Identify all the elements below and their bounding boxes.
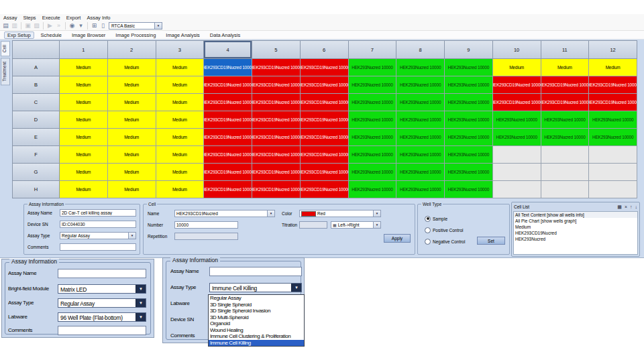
move-down-icon[interactable]: ↓ bbox=[635, 204, 638, 209]
radio-positive-control[interactable]: Positive Control bbox=[425, 227, 464, 233]
well-A4[interactable]: HEK293CD19Nucred 10000 bbox=[204, 59, 252, 76]
labware-select[interactable]: 96 Well Plate (Flat-bottom)▼ bbox=[58, 312, 146, 322]
well-H1[interactable]: Medium bbox=[60, 181, 108, 198]
well-H5[interactable]: HEK293CD19Nucred 10000 bbox=[252, 181, 301, 198]
load-plate-icon[interactable]: ▣ bbox=[24, 23, 32, 29]
assay-type-select[interactable]: Regular Assay▼ bbox=[60, 232, 136, 239]
well-C4[interactable]: HEK293CD19Nucred 10000 bbox=[204, 94, 252, 111]
well-C12[interactable]: HEK293CD19Nucred 10000 bbox=[589, 94, 637, 111]
well-B5[interactable]: HEK293CD19Nucred 10000 bbox=[252, 76, 301, 94]
radio-negative-control[interactable]: Negative Control bbox=[425, 238, 465, 245]
well-F4[interactable]: HEK293CD19Nucred 10000 bbox=[204, 146, 252, 164]
well-A10[interactable]: Medium bbox=[493, 59, 541, 76]
well-C3[interactable]: Medium bbox=[156, 94, 205, 111]
well-G1[interactable]: Medium bbox=[60, 164, 108, 181]
well-G3[interactable]: Medium bbox=[156, 164, 205, 181]
well-A9[interactable]: HEK293Nucred 10000 bbox=[445, 59, 493, 76]
well-F1[interactable]: Medium bbox=[60, 146, 108, 164]
tab-image-browser[interactable]: Image Browser bbox=[68, 32, 109, 39]
cell-list-item[interactable]: HEK293CD19Nucred bbox=[514, 230, 637, 236]
well-C9[interactable]: HEK293Nucred 10000 bbox=[445, 94, 493, 111]
well-E9[interactable]: HEK293Nucred 10000 bbox=[445, 129, 493, 146]
col-header-8[interactable]: 8 bbox=[396, 41, 445, 59]
well-D11[interactable]: HEK293Nucred 10000 bbox=[541, 111, 590, 129]
tab-data-analysis[interactable]: Data Analysis bbox=[207, 32, 244, 39]
well-C1[interactable]: Medium bbox=[60, 94, 108, 111]
well-C5[interactable]: HEK293CD19Nucred 10000 bbox=[252, 94, 301, 111]
well-F7[interactable]: HEK293Nucred 10000 bbox=[349, 146, 397, 164]
well-A3[interactable]: Medium bbox=[156, 59, 205, 76]
well-D12[interactable]: HEK293Nucred 10000 bbox=[589, 111, 637, 129]
col-header-1[interactable]: 1 bbox=[60, 41, 108, 59]
menu-assay-info[interactable]: Assay Info bbox=[87, 15, 110, 21]
well-D1[interactable]: Medium bbox=[60, 111, 108, 129]
well-G10[interactable] bbox=[493, 164, 541, 181]
col-header-5[interactable]: 5 bbox=[252, 41, 301, 59]
well-G11[interactable] bbox=[541, 164, 590, 181]
well-G2[interactable]: Medium bbox=[108, 164, 156, 181]
dropdown-option[interactable]: Wound Healing bbox=[209, 327, 304, 334]
cell-list-item[interactable]: Medium bbox=[514, 224, 637, 230]
dropdown-option[interactable]: Immune Cell Clustering & Proliferation bbox=[209, 333, 304, 340]
well-H12[interactable] bbox=[589, 181, 637, 198]
menu-export[interactable]: Export bbox=[66, 15, 81, 21]
well-B3[interactable]: Medium bbox=[156, 76, 205, 94]
tab-exp-setup[interactable]: Exp Setup bbox=[4, 32, 34, 39]
well-E10[interactable]: HEK293Nucred 10000 bbox=[493, 129, 541, 146]
profile-select[interactable]: RTCA Basic ▼ bbox=[109, 22, 162, 29]
comments-input[interactable] bbox=[60, 243, 136, 251]
well-E11[interactable]: HEK293Nucred 10000 bbox=[541, 129, 590, 146]
well-H2[interactable]: Medium bbox=[108, 181, 156, 198]
well-B7[interactable]: HEK293Nucred 10000 bbox=[349, 76, 397, 94]
well-E8[interactable]: HEK293Nucred 10000 bbox=[396, 129, 445, 146]
well-E7[interactable]: HEK293Nucred 10000 bbox=[349, 129, 397, 146]
tab-image-processing[interactable]: Image Processing bbox=[112, 32, 159, 39]
cell-list-item[interactable]: HEK293Nucred bbox=[514, 236, 637, 242]
well-F6[interactable]: HEK293CD19Nucred 10000 bbox=[301, 146, 349, 164]
col-header-6[interactable]: 6 bbox=[301, 41, 349, 59]
well-H9[interactable]: HEK293Nucred 10000 bbox=[445, 181, 493, 198]
row-header-D[interactable]: D bbox=[13, 111, 60, 129]
well-G8[interactable]: HEK293Nucred 10000 bbox=[396, 164, 445, 181]
well-H10[interactable] bbox=[493, 181, 541, 198]
well-F2[interactable]: Medium bbox=[108, 146, 156, 164]
well-F9[interactable]: HEK293Nucred 10000 bbox=[445, 146, 493, 164]
well-A8[interactable]: HEK293Nucred 10000 bbox=[396, 59, 445, 76]
apply-button[interactable]: Apply bbox=[384, 234, 411, 243]
close-icon[interactable]: × bbox=[625, 204, 627, 209]
well-D8[interactable]: HEK293Nucred 10000 bbox=[396, 111, 445, 129]
col-header-3[interactable]: 3 bbox=[156, 41, 205, 59]
well-E3[interactable]: Medium bbox=[156, 129, 205, 146]
well-D4[interactable]: HEK293CD19Nucred 10000 bbox=[204, 111, 252, 129]
well-A6[interactable]: HEK293CD19Nucred 10000 bbox=[301, 59, 349, 76]
col-header-4[interactable]: 4 bbox=[204, 41, 252, 59]
well-D9[interactable]: HEK293Nucred 10000 bbox=[445, 111, 493, 129]
dropdown-option[interactable]: Immune Cell Killing bbox=[209, 340, 304, 347]
menu-execute[interactable]: Execute bbox=[42, 15, 60, 21]
well-H4[interactable]: HEK293CD19Nucred 10000 bbox=[204, 181, 252, 198]
well-B11[interactable]: HEK293CD19Nucred 10000 bbox=[541, 76, 590, 94]
radio-sample[interactable]: Sample bbox=[425, 215, 447, 222]
row-header-C[interactable]: C bbox=[13, 94, 60, 111]
well-A7[interactable]: HEK293Nucred 10000 bbox=[349, 59, 397, 76]
col-header-2[interactable]: 2 bbox=[108, 41, 156, 59]
tab-schedule[interactable]: Schedule bbox=[38, 32, 65, 39]
titration-direction-select[interactable]: ▦ Left->Right ▼ bbox=[331, 221, 381, 229]
dropdown-option[interactable]: Organoid bbox=[209, 320, 304, 327]
save-assay-icon[interactable]: ▥ bbox=[11, 23, 18, 29]
well-E4[interactable]: HEK293CD19Nucred 10000 bbox=[204, 129, 252, 146]
well-F11[interactable] bbox=[541, 146, 590, 164]
menu-assay[interactable]: Assay bbox=[3, 15, 17, 21]
well-G9[interactable]: HEK293Nucred 10000 bbox=[445, 164, 493, 181]
well-E1[interactable]: Medium bbox=[60, 129, 108, 146]
row-header-F[interactable]: F bbox=[13, 146, 60, 164]
well-A5[interactable]: HEK293CD19Nucred 10000 bbox=[252, 59, 301, 76]
col-header-9[interactable]: 9 bbox=[445, 41, 493, 59]
table-icon[interactable]: ▦ bbox=[617, 204, 622, 209]
skip-step-icon[interactable]: » bbox=[55, 23, 62, 29]
well-H11[interactable] bbox=[541, 181, 590, 198]
well-H6[interactable]: HEK293CD19Nucred 10000 bbox=[301, 181, 349, 198]
well-C6[interactable]: HEK293CD19Nucred 10000 bbox=[301, 94, 349, 111]
well-C11[interactable]: HEK293CD19Nucred 10000 bbox=[541, 94, 590, 111]
dropdown-option[interactable]: Regular Assay bbox=[209, 295, 304, 302]
